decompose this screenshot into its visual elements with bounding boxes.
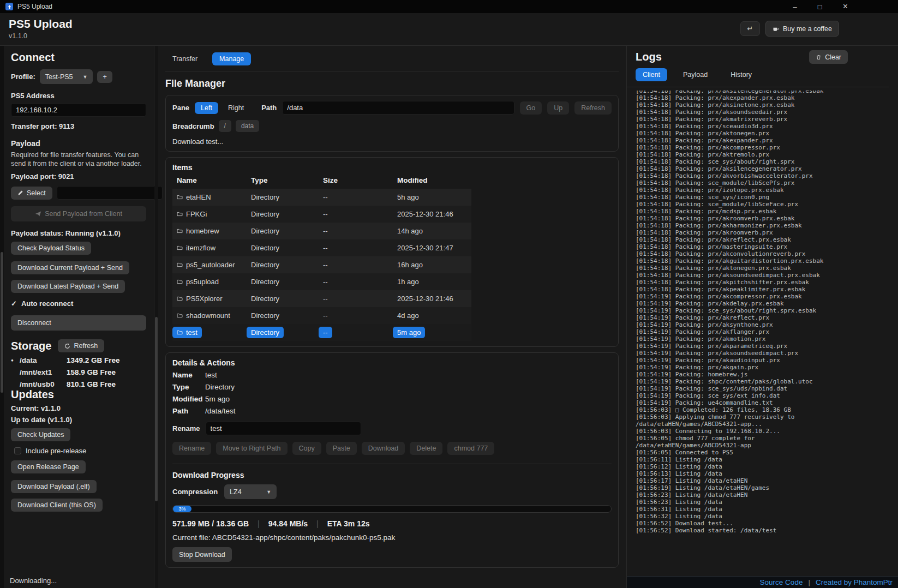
pane-label: Pane (172, 104, 189, 112)
path-input[interactable] (282, 101, 514, 115)
log-line: [01:54:18] Packing: prx/akguitardistorti… (636, 257, 898, 265)
sidebar-scrollbar[interactable] (0, 46, 4, 588)
action-button[interactable]: Delete (410, 442, 442, 455)
main-panel: Transfer Manage File Manager Pane Left R… (154, 46, 627, 588)
sidebar-status-text: Downloading... (10, 577, 57, 585)
open-release-page-button[interactable]: Open Release Page (11, 460, 86, 473)
updates-heading: Updates (11, 388, 146, 401)
chevron-down-icon: ▼ (83, 74, 88, 80)
download-progress-bar: 3% (172, 505, 612, 513)
table-row[interactable]: FPKGi Directory -- 2025-12-30 21:46 (172, 206, 471, 223)
auto-reconnect-checkbox[interactable]: ✓ Auto reconnect (11, 299, 146, 308)
download-progress-heading: Download Progress (172, 471, 612, 479)
column-size: Size (323, 176, 397, 184)
log-line: [01:56:17] Listing /data/etaHEN (636, 477, 898, 484)
table-row[interactable]: ps5upload Directory -- 1h ago (172, 273, 471, 290)
add-profile-button[interactable]: + (97, 71, 112, 83)
console-toggle-button[interactable]: ↵ (740, 21, 760, 36)
table-row[interactable]: itemzflow Directory -- 2025-12-30 21:47 (172, 239, 471, 256)
action-button[interactable]: Download (362, 442, 405, 455)
log-line: [01:54:19] Packing: prx/akgain.prx (636, 364, 898, 371)
details-heading: Details & Actions (172, 358, 612, 367)
sidebar-scrollbar-thumb[interactable] (1, 252, 3, 393)
storage-refresh-button[interactable]: Refresh (58, 339, 104, 352)
go-button[interactable]: Go (520, 101, 542, 115)
download-latest-payload-button[interactable]: Download Latest Payload + Send (11, 280, 125, 293)
buy-coffee-button[interactable]: Buy me a coffee (765, 21, 839, 37)
pane-right-button[interactable]: Right (224, 102, 248, 114)
log-output[interactable]: [01:54:18] Packing: prx/aksilencegenerat… (636, 91, 898, 588)
close-button[interactable]: × (843, 3, 848, 11)
main-scrollbar-thumb[interactable] (155, 317, 158, 501)
titlebar: PS5 Upload – □ × (0, 0, 898, 13)
action-button[interactable]: Rename (172, 442, 211, 455)
items-panel: Items Name Type Size Modified etaHEN (165, 157, 619, 347)
coffee-icon (773, 26, 779, 32)
folder-icon (177, 279, 183, 285)
transfer-status-text: Download test... (172, 137, 612, 146)
table-row[interactable]: etaHEN Directory -- 5h ago (172, 189, 471, 206)
storage-mount-row[interactable]: /mnt/usb0 810.1 GB Free (11, 380, 146, 388)
storage-mount-row[interactable]: /mnt/ext1 158.9 GB Free (11, 368, 146, 376)
payload-status: Payload status: Running (v1.1.0) (11, 229, 146, 237)
table-row[interactable]: PS5Xplorer Directory -- 2025-12-30 21:46 (172, 290, 471, 307)
log-line: [01:54:18] Packing: prx/akconvolutionrev… (636, 250, 898, 257)
action-button[interactable]: Move to Right Path (216, 442, 287, 455)
rename-input[interactable] (206, 422, 361, 435)
profile-select[interactable]: Test-PS5 ▼ (40, 69, 93, 84)
logs-tab-payload[interactable]: Payload (676, 68, 715, 81)
window-title: PS5 Upload (17, 3, 52, 10)
main-scrollbar[interactable] (154, 46, 158, 588)
folder-icon (177, 245, 183, 251)
ps5-address-input[interactable] (11, 103, 146, 117)
pane-left-button[interactable]: Left (195, 102, 218, 114)
download-client-button[interactable]: Download Client (this OS) (11, 499, 103, 512)
log-line: [01:54:19] Packing: prx/akmotion.prx (636, 335, 898, 343)
download-payload-elf-button[interactable]: Download Payload (.elf) (11, 480, 97, 493)
send-payload-button[interactable]: Send Payload from Client (11, 206, 146, 221)
logs-tab-client[interactable]: Client (636, 68, 667, 81)
table-row[interactable]: test Directory -- 5m ago (172, 324, 471, 341)
maximize-button[interactable]: □ (818, 3, 822, 11)
log-line: [01:54:18] Packing: prx/akharmonizer.prx… (636, 222, 898, 229)
action-button[interactable]: chmod 777 (447, 442, 494, 455)
include-prerelease-checkbox[interactable]: Include pre-release (14, 447, 146, 455)
log-line: [01:54:18] Packing: prx/aktonegen.prx (636, 130, 898, 137)
logs-tab-history[interactable]: History (723, 68, 759, 81)
breadcrumb-root[interactable]: / (219, 120, 231, 132)
storage-mount-row[interactable]: ● /data 1349.2 GB Free (11, 356, 146, 364)
tab-manage[interactable]: Manage (212, 52, 251, 65)
breadcrumb-dir[interactable]: data (236, 120, 259, 132)
action-button[interactable]: Paste (326, 442, 357, 455)
up-button[interactable]: Up (547, 101, 569, 115)
minimize-button[interactable]: – (793, 3, 797, 11)
detail-field: Path /data/test (172, 407, 612, 415)
select-payload-button[interactable]: Select (11, 187, 52, 200)
log-line: [01:56:12] Listing /data (636, 463, 898, 470)
refresh-path-button[interactable]: Refresh (574, 101, 612, 115)
detail-field: Name test (172, 371, 612, 379)
credit-link[interactable]: Created by PhantomPtr (816, 578, 893, 586)
compression-select[interactable]: LZ4 ▼ (224, 484, 277, 499)
log-line: [01:54:18] Packing: prx/aksilencegenerat… (636, 165, 898, 172)
table-row[interactable]: ps5_autoloader Directory -- 16h ago (172, 256, 471, 273)
payload-file-input[interactable] (57, 186, 163, 200)
refresh-icon (64, 343, 70, 349)
progress-stat: ETA 3m 12s (308, 519, 369, 528)
stop-download-button[interactable]: Stop Download (172, 547, 232, 562)
check-updates-button[interactable]: Check Updates (11, 428, 70, 441)
disconnect-button[interactable]: Disconnect (11, 315, 146, 331)
tab-transfer[interactable]: Transfer (165, 52, 205, 65)
table-row[interactable]: homebrew Directory -- 14h ago (172, 223, 471, 239)
check-payload-status-button[interactable]: Check Payload Status (11, 242, 91, 255)
action-button[interactable]: Copy (292, 442, 321, 455)
table-row[interactable]: shadowmount Directory -- 4d ago (172, 307, 471, 324)
log-line: [01:54:19] Packing: ue4commandline.txt (636, 399, 898, 406)
download-current-payload-button[interactable]: Download Current Payload + Send (11, 261, 129, 274)
log-line: [01:54:18] Packing: prx/akexpander.prx (636, 137, 898, 144)
clear-logs-button[interactable]: Clear (809, 50, 848, 64)
log-line: [01:54:19] Packing: sce_sys/about/right.… (636, 307, 898, 314)
log-line: [01:54:19] Packing: homebrew.js (636, 371, 898, 378)
logs-panel: Logs Clear Client Payload History [01:54… (627, 46, 898, 588)
source-code-link[interactable]: Source Code (760, 578, 803, 586)
